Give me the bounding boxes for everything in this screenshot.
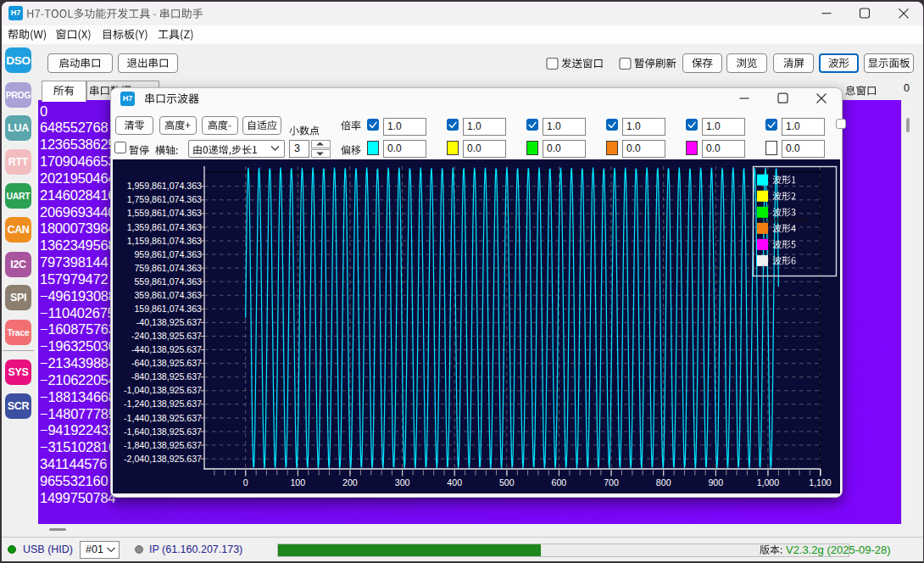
svg-text:700: 700 [604, 477, 619, 488]
svg-text:-640,138,925.637: -640,138,925.637 [131, 358, 202, 368]
svg-text:900: 900 [708, 477, 723, 488]
svg-text:-1,840,138,925.637: -1,840,138,925.637 [124, 440, 202, 450]
svg-text:1,359,861,074.363: 1,359,861,074.363 [127, 222, 202, 232]
svg-text:959,861,074.363: 959,861,074.363 [134, 249, 202, 259]
svg-text:1,959,861,074.363: 1,959,861,074.363 [127, 181, 202, 191]
svg-text:-1,440,138,925.637: -1,440,138,925.637 [124, 413, 202, 423]
svg-text:759,861,074.363: 759,861,074.363 [134, 263, 202, 273]
svg-text:800: 800 [656, 477, 671, 488]
svg-text:1,759,861,074.363: 1,759,861,074.363 [127, 194, 202, 204]
svg-text:0: 0 [243, 477, 248, 488]
svg-text:559,861,074.363: 559,861,074.363 [134, 276, 202, 287]
svg-text:159,861,074.363: 159,861,074.363 [134, 304, 202, 314]
svg-text:-840,138,925.637: -840,138,925.637 [131, 371, 202, 382]
svg-text:-440,138,925.637: -440,138,925.637 [131, 344, 202, 354]
svg-text:600: 600 [552, 477, 567, 488]
svg-text:-1,040,138,925.637: -1,040,138,925.637 [124, 385, 202, 395]
svg-text:500: 500 [499, 477, 515, 488]
svg-text:1,100: 1,100 [809, 477, 832, 488]
svg-text:359,861,074.363: 359,861,074.363 [134, 290, 202, 300]
svg-text:100: 100 [290, 477, 305, 488]
svg-text:-240,138,925.637: -240,138,925.637 [131, 331, 202, 341]
svg-text:-1,640,138,925.637: -1,640,138,925.637 [124, 426, 202, 437]
svg-text:300: 300 [395, 477, 410, 488]
svg-text:-40,138,925.637: -40,138,925.637 [136, 317, 202, 327]
svg-text:1,559,861,074.363: 1,559,861,074.363 [127, 208, 202, 218]
svg-text:-1,240,138,925.637: -1,240,138,925.637 [124, 399, 202, 409]
svg-text:1,000: 1,000 [757, 477, 780, 488]
svg-text:1,159,861,074.363: 1,159,861,074.363 [127, 236, 202, 246]
svg-text:400: 400 [447, 477, 462, 488]
svg-text:-2,040,138,925.637: -2,040,138,925.637 [124, 454, 202, 464]
svg-text:200: 200 [342, 477, 358, 488]
